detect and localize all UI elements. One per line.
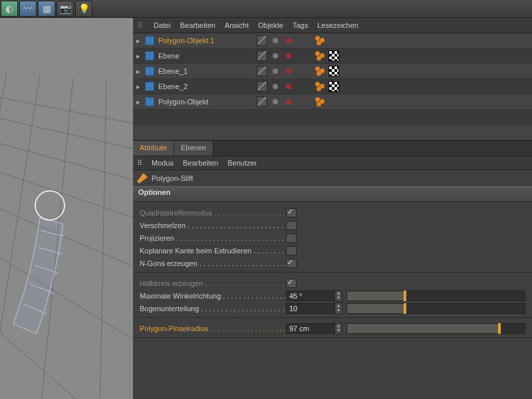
object-row[interactable]: ▸Polygon-Objekt.1 (133, 33, 532, 49)
spline-leaf-button[interactable]: 〰 (19, 1, 37, 17)
object-name[interactable]: Ebene (156, 52, 255, 60)
phong-tag-icon[interactable] (315, 51, 325, 61)
grid-button[interactable]: ▦ (38, 1, 55, 17)
layer-icon[interactable] (257, 81, 267, 92)
options-group-3: Polygon-Pinselradius . . . . . . . . . .… (133, 318, 532, 338)
tab-ebenen[interactable]: Ebenen (174, 141, 213, 156)
tool-title: Polygon-Stift (152, 174, 193, 182)
primitive-sphere-button[interactable]: ◐ (1, 1, 18, 17)
polygon-pen-icon (137, 173, 148, 184)
label-ngons: N-Gons erzeugen . . . . . . . . . . . . … (140, 259, 286, 267)
expand-arrow-icon[interactable]: ▸ (133, 98, 144, 106)
label-halbkreis: Halbkreis erzeugen . . . . . . . . . . .… (140, 279, 286, 287)
render-vis-dot[interactable] (286, 99, 291, 104)
light-button[interactable]: 💡 (75, 1, 92, 17)
camera-button[interactable]: 📷 (57, 1, 74, 17)
checkbox-halbkreis[interactable] (286, 279, 297, 288)
editor-vis-dot[interactable] (273, 99, 278, 104)
object-row[interactable]: ▸Polygon-Objekt (133, 94, 532, 110)
phong-tag-icon[interactable] (315, 66, 325, 76)
layer-icon[interactable] (257, 51, 267, 61)
render-vis-dot[interactable] (286, 53, 291, 59)
spinner-bogen-subdiv[interactable]: ▲▼ (334, 303, 342, 315)
label-verschmelzen: Verschmelzen . . . . . . . . . . . . . .… (140, 221, 286, 229)
render-vis-dot[interactable] (286, 38, 291, 43)
editor-vis-dot[interactable] (273, 84, 278, 89)
om-menu-ansicht[interactable]: Ansicht (225, 21, 249, 29)
object-name[interactable]: Ebene_2 (156, 82, 255, 90)
object-tree[interactable]: ▸Polygon-Objekt.1▸Ebene▸Ebene_1▸Ebene_2▸… (133, 33, 532, 110)
tool-title-row: Polygon-Stift (133, 170, 532, 186)
object-row[interactable]: ▸Ebene (133, 49, 532, 64)
phong-tag-icon[interactable] (315, 82, 325, 91)
section-optionen: Optionen (133, 186, 532, 202)
layer-icon[interactable] (257, 96, 267, 107)
label-bogen-subdiv: Bogenunterteilung . . . . . . . . . . . … (140, 305, 286, 313)
phong-tag-icon[interactable] (315, 36, 325, 45)
texture-tag-icon[interactable] (329, 66, 339, 76)
grip-icon[interactable]: ⠿ (137, 159, 142, 168)
object-manager-menu: ⠿ Datei Bearbeiten Ansicht Objekte Tags … (133, 18, 532, 33)
om-menu-bearbeiten[interactable]: Bearbeiten (180, 21, 215, 29)
svg-line-5 (0, 237, 133, 364)
label-quadratstreifen: Quadratstreifenmodus . . . . . . . . . .… (140, 209, 286, 217)
attr-menu-benutzer[interactable]: Benutzer (227, 159, 257, 167)
slider-pinselradius[interactable] (346, 323, 525, 334)
object-name[interactable]: Polygon-Objekt.1 (156, 37, 255, 45)
checkbox-verschmelzen[interactable] (286, 221, 297, 230)
attr-menu-bearbeiten[interactable]: Bearbeiten (183, 159, 218, 167)
attr-menu-modus[interactable]: Modus (152, 159, 174, 167)
svg-line-7 (0, 71, 7, 399)
object-name[interactable]: Polygon-Objekt (156, 98, 255, 106)
tab-attribute[interactable]: Attribute (133, 141, 174, 156)
texture-tag-icon[interactable] (329, 81, 339, 92)
svg-line-1 (0, 111, 133, 158)
object-row[interactable]: ▸Ebene_2 (133, 79, 532, 94)
checkbox-ngons[interactable] (286, 259, 297, 268)
expand-arrow-icon[interactable]: ▸ (133, 52, 144, 61)
expand-arrow-icon[interactable]: ▸ (133, 67, 144, 76)
om-menu-objekte[interactable]: Objekte (258, 21, 283, 29)
checkbox-quadratstreifen[interactable] (286, 208, 297, 217)
editor-vis-dot[interactable] (273, 68, 278, 74)
object-type-icon (145, 51, 154, 61)
texture-tag-icon[interactable] (329, 51, 339, 61)
om-menu-datei[interactable]: Datei (154, 21, 171, 29)
slider-bogen-subdiv[interactable] (346, 303, 525, 314)
expand-arrow-icon[interactable]: ▸ (133, 37, 144, 45)
label-projizieren: Projizieren . . . . . . . . . . . . . . … (140, 234, 286, 242)
object-type-icon (145, 66, 154, 76)
label-max-winkel: Maximale Winkelrichtung . . . . . . . . … (140, 292, 286, 300)
object-name[interactable]: Ebene_1 (156, 67, 255, 75)
spinner-max-winkel[interactable]: ▲▼ (334, 290, 342, 302)
attribute-submenu: ⠿ Modus Bearbeiten Benutzer (133, 156, 532, 170)
checkbox-koplanar[interactable] (286, 246, 297, 255)
grip-icon[interactable]: ⠿ (137, 21, 142, 30)
input-bogen-subdiv[interactable] (286, 303, 335, 314)
input-pinselradius[interactable] (286, 323, 335, 334)
svg-line-3 (0, 161, 133, 231)
object-type-icon (145, 97, 154, 106)
svg-line-10 (100, 81, 106, 399)
attribute-tabs: Attribute Ebenen (133, 140, 532, 156)
checkbox-projizieren[interactable] (286, 233, 297, 243)
options-group-2: Halbkreis erzeugen . . . . . . . . . . .… (133, 273, 532, 318)
spinner-pinselradius[interactable]: ▲▼ (334, 323, 342, 334)
render-vis-dot[interactable] (286, 84, 291, 89)
layer-icon[interactable] (257, 66, 267, 76)
brush-cursor-icon (35, 191, 65, 220)
input-max-winkel[interactable] (286, 291, 335, 301)
render-vis-dot[interactable] (286, 68, 291, 74)
om-menu-lesezeichen[interactable]: Lesezeichen (317, 21, 358, 29)
object-row[interactable]: ▸Ebene_1 (133, 64, 532, 79)
phong-tag-icon[interactable] (315, 97, 325, 106)
layer-icon[interactable] (257, 35, 267, 46)
om-menu-tags[interactable]: Tags (293, 21, 308, 29)
options-group-1: Quadratstreifenmodus . . . . . . . . . .… (133, 202, 532, 273)
editor-vis-dot[interactable] (273, 53, 278, 59)
3d-viewport[interactable] (0, 18, 133, 399)
expand-arrow-icon[interactable]: ▸ (133, 82, 144, 91)
slider-max-winkel[interactable] (346, 291, 525, 301)
label-koplanar: Koplanare Kante beim Extrudieren . . . .… (140, 247, 286, 255)
editor-vis-dot[interactable] (273, 38, 278, 43)
